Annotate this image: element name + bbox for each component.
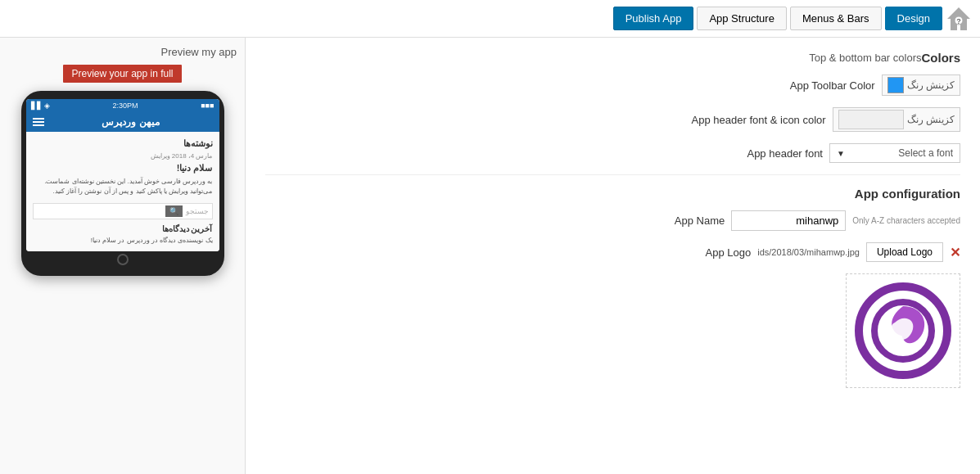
phone-home-button bbox=[117, 254, 129, 265]
logo-preview-box bbox=[846, 273, 960, 388]
phone-mockup: ▋▋ ◈ 2:30PM ■■■ میهن وردپرس نوشته‌ها مار… bbox=[21, 91, 224, 276]
phone-screen: ▋▋ ◈ 2:30PM ■■■ میهن وردپرس نوشته‌ها مار… bbox=[26, 99, 219, 251]
phone-comments-title: آخرین دیدگاه‌ها bbox=[33, 224, 213, 233]
phone-time: 2:30PM bbox=[113, 102, 138, 110]
phone-bottom-bar bbox=[26, 251, 219, 268]
app-logo-label: App Logo bbox=[706, 246, 752, 259]
phone-battery: ■■■ bbox=[201, 102, 214, 110]
publish-app-button[interactable]: Publish App bbox=[613, 7, 694, 30]
phone-signal: ▋▋ ◈ bbox=[31, 102, 51, 110]
section-divider bbox=[265, 174, 960, 175]
phone-comment-text: یک نویسنده‌ی دیدگاه در وردپرس در سلام دن… bbox=[33, 236, 213, 245]
app-name-label: App Name bbox=[675, 214, 725, 227]
config-title: App configuration bbox=[265, 187, 960, 201]
home-help-icon[interactable]: ? bbox=[946, 2, 972, 35]
colors-section-header: Top & bottom bar colors Colors bbox=[265, 51, 960, 65]
upload-logo-button[interactable]: Upload Logo bbox=[866, 242, 943, 262]
svg-text:?: ? bbox=[956, 17, 961, 25]
preview-title: Preview my app bbox=[161, 46, 237, 58]
header-font-row: App header font ▼ Select a font bbox=[265, 143, 960, 163]
phone-status-bar: ▋▋ ◈ 2:30PM ■■■ bbox=[26, 99, 219, 112]
app-name-row: App Name Only A-Z characters accepted bbox=[265, 210, 960, 231]
header-font-color-text: کزینش رنگ bbox=[907, 114, 955, 125]
header-font-color-row: App header font & icon color کزینش رنگ bbox=[265, 107, 960, 132]
main-layout: Preview my app Preview your app in full … bbox=[0, 38, 980, 474]
delete-logo-icon[interactable]: ✕ bbox=[950, 245, 960, 260]
colors-subtitle: Top & bottom bar colors bbox=[809, 52, 921, 64]
phone-search-bar: جستجو 🔍 bbox=[33, 203, 213, 219]
logo-svg bbox=[854, 282, 952, 380]
toolbar-color-row: App Toolbar Color کزینش رنگ bbox=[265, 74, 960, 96]
app-structure-button[interactable]: App Structure bbox=[697, 7, 787, 30]
phone-app-title: میهن وردپرس bbox=[49, 116, 213, 128]
design-button[interactable]: Design bbox=[885, 7, 942, 30]
font-dropdown-arrow: ▼ bbox=[837, 149, 845, 158]
toolbar-color-label: App Toolbar Color bbox=[790, 79, 875, 92]
header-font-color-picker[interactable]: کزینش رنگ bbox=[833, 107, 960, 132]
app-logo-row: App Logo ids/2018/03/mihamwp.jpg Upload … bbox=[265, 242, 960, 262]
app-name-input[interactable] bbox=[731, 210, 846, 231]
phone-content-title: نوشته‌ها bbox=[33, 138, 213, 149]
toolbar-color-swatch[interactable] bbox=[887, 77, 904, 93]
colors-title: Colors bbox=[921, 51, 960, 65]
preview-full-button[interactable]: Preview your app in full bbox=[63, 65, 181, 83]
phone-search-icon: 🔍 bbox=[165, 205, 183, 217]
app-name-hint: Only A-Z characters accepted bbox=[852, 216, 960, 225]
phone-content: نوشته‌ها مارس 4، 2018 ویرایش سلام دنیا! … bbox=[26, 132, 219, 251]
preview-panel: Preview my app Preview your app in full … bbox=[0, 38, 246, 474]
hamburger-icon bbox=[33, 118, 44, 126]
header-font-color-swatch[interactable] bbox=[838, 110, 904, 129]
toolbar-color-text: کزینش رنگ bbox=[907, 79, 955, 91]
font-select-dropdown[interactable]: ▼ Select a font bbox=[829, 143, 960, 163]
header-font-label: App header font bbox=[747, 147, 823, 160]
settings-panel: Top & bottom bar colors Colors App Toolb… bbox=[246, 38, 980, 474]
phone-search-placeholder: جستجو bbox=[186, 207, 209, 215]
menus-bars-button[interactable]: Menus & Bars bbox=[790, 7, 882, 30]
header-font-color-label: App header font & icon color bbox=[692, 114, 826, 126]
logo-path-text: ids/2018/03/mihamwp.jpg bbox=[757, 247, 860, 257]
font-select-text: Select a font bbox=[898, 147, 953, 159]
phone-toolbar: میهن وردپرس bbox=[26, 112, 219, 132]
phone-post-text: به وردپرس فارسی خوش آمدید. این نخستین نو… bbox=[33, 177, 213, 196]
phone-post-heading: سلام دنیا! bbox=[33, 163, 213, 174]
phone-post-meta: مارس 4، 2018 ویرایش bbox=[33, 152, 213, 160]
toolbar-color-picker[interactable]: کزینش رنگ bbox=[882, 74, 960, 96]
top-bar: Publish App App Structure Menus & Bars D… bbox=[0, 0, 980, 38]
